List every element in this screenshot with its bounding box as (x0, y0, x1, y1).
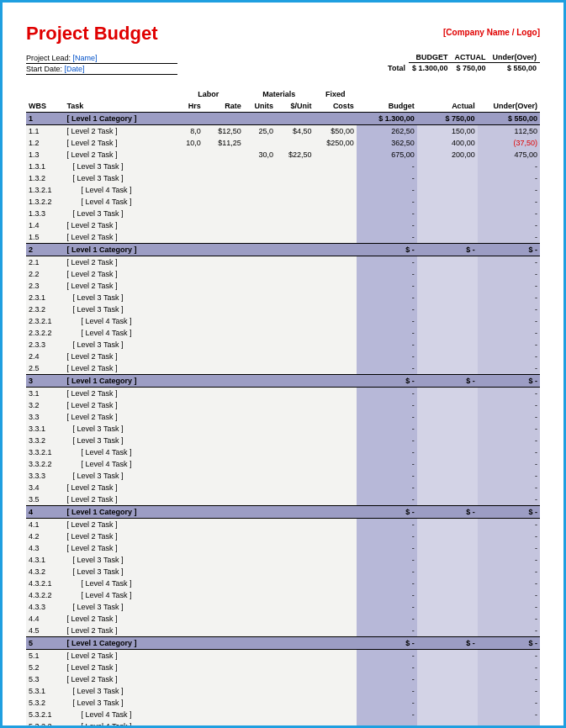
task-name: [ Level 2 Task ] (65, 530, 173, 542)
task-row: 1.4[ Level 2 Task ]-- (26, 219, 540, 231)
header-group-labor: Labor (173, 88, 244, 100)
task-name: [ Level 3 Task ] (65, 554, 173, 566)
task-row: 1.1[ Level 2 Task ]8,0$12,5025,0$4,50$50… (26, 125, 540, 138)
task-name: [ Level 3 Task ] (65, 435, 173, 446)
task-row: 1.3[ Level 2 Task ]30,0$22,50675,00200,0… (26, 149, 540, 161)
task-name: [ Level 1 Category ] (65, 506, 173, 519)
task-row: 4.3.2.2[ Level 4 Task ]-- (26, 589, 540, 601)
task-name: [ Level 2 Task ] (65, 542, 173, 554)
task-name: [ Level 2 Task ] (65, 351, 173, 362)
task-name: [ Level 1 Category ] (65, 375, 173, 388)
totals-actual: $ 750,00 (451, 63, 489, 74)
col-wbs: WBS (26, 100, 65, 113)
task-name: [ Level 3 Task ] (65, 339, 173, 351)
budget-table: Labor Materials Fixed WBS Task Hrs Rate … (26, 88, 540, 728)
task-row: 3.5[ Level 2 Task ]-- (26, 493, 540, 506)
col-task: Task (65, 100, 173, 113)
totals-head-actual: ACTUAL (451, 53, 489, 63)
task-name: [ Level 2 Task ] (65, 519, 173, 531)
task-name: [ Level 2 Task ] (65, 268, 173, 280)
task-name: [ Level 3 Task ] (65, 423, 173, 435)
task-name: [ Level 4 Task ] (65, 315, 173, 327)
col-unitprice: $/Unit (276, 100, 315, 113)
task-name: [ Level 4 Task ] (65, 458, 173, 470)
col-underover: Under(Over) (478, 100, 540, 113)
task-row: 3.3.3[ Level 3 Task ]-- (26, 470, 540, 482)
header-group-materials: Materials (244, 88, 315, 100)
task-name: [ Level 1 Category ] (65, 244, 173, 256)
task-name: [ Level 2 Task ] (65, 625, 173, 637)
col-hrs: Hrs (173, 100, 204, 113)
task-row: 4.5[ Level 2 Task ]-- (26, 625, 540, 637)
task-row: 4.4[ Level 2 Task ]-- (26, 613, 540, 625)
task-row: 4.3.2[ Level 3 Task ]-- (26, 566, 540, 578)
task-name: [ Level 2 Task ] (65, 231, 173, 244)
task-row: 3.3.2.1[ Level 4 Task ]-- (26, 446, 540, 458)
task-name: [ Level 2 Task ] (65, 662, 173, 673)
task-row: 1.3.2.2[ Level 4 Task ]-- (26, 196, 540, 208)
task-name: [ Level 3 Task ] (65, 685, 173, 697)
task-name: [ Level 4 Task ] (65, 446, 173, 458)
task-row: 5.3[ Level 2 Task ]-- (26, 673, 540, 685)
task-name: [ Level 4 Task ] (65, 720, 173, 728)
task-name: [ Level 2 Task ] (65, 482, 173, 493)
task-row: 3.3.2.2[ Level 4 Task ]-- (26, 458, 540, 470)
totals-head-uo: Under(Over) (489, 53, 540, 63)
totals-head-budget: BUDGET (409, 53, 452, 63)
col-units: Units (244, 100, 276, 113)
task-row: 1.5[ Level 2 Task ]-- (26, 231, 540, 244)
task-row: 3.3.2[ Level 3 Task ]-- (26, 435, 540, 446)
task-name: [ Level 2 Task ] (65, 673, 173, 685)
totals-budget: $ 1.300,00 (409, 63, 452, 74)
col-fixed: Costs (315, 100, 357, 113)
task-row: 3.1[ Level 2 Task ]-- (26, 388, 540, 400)
task-row: 2.3.2.2[ Level 4 Task ]-- (26, 327, 540, 339)
task-name: [ Level 2 Task ] (65, 280, 173, 292)
task-row: 2.3[ Level 2 Task ]-- (26, 280, 540, 292)
page-title: Project Budget (26, 23, 157, 45)
task-row: 2.4[ Level 2 Task ]-- (26, 351, 540, 362)
task-name: [ Level 3 Task ] (65, 172, 173, 184)
start-date-label: Start Date: (26, 65, 62, 73)
task-name: [ Level 4 Task ] (65, 709, 173, 720)
lead-label: Project Lead: (26, 54, 71, 62)
task-name: [ Level 3 Task ] (65, 601, 173, 613)
task-row: 5.1[ Level 2 Task ]-- (26, 650, 540, 662)
company-placeholder: [Company Name / Logo] (443, 28, 540, 37)
category-row: 2[ Level 1 Category ]$ -$ -$ - (26, 244, 540, 256)
col-budget: Budget (357, 100, 417, 113)
col-actual: Actual (417, 100, 478, 113)
lead-value: [Name] (73, 54, 98, 62)
task-row: 5.2[ Level 2 Task ]-- (26, 662, 540, 673)
task-name: [ Level 3 Task ] (65, 303, 173, 315)
task-name: [ Level 3 Task ] (65, 470, 173, 482)
task-row: 2.5[ Level 2 Task ]-- (26, 362, 540, 375)
category-row: 1[ Level 1 Category ]$ 1.300,00$ 750,00$… (26, 113, 540, 125)
task-name: [ Level 4 Task ] (65, 327, 173, 339)
task-name: [ Level 4 Task ] (65, 589, 173, 601)
task-row: 2.3.2.1[ Level 4 Task ]-- (26, 315, 540, 327)
task-name: [ Level 2 Task ] (65, 125, 173, 138)
task-row: 1.3.3[ Level 3 Task ]-- (26, 208, 540, 219)
totals-box: BUDGET ACTUAL Under(Over) Total $ 1.300,… (384, 53, 540, 75)
task-row: 4.2[ Level 2 Task ]-- (26, 530, 540, 542)
task-row: 5.3.2.2[ Level 4 Task ]-- (26, 720, 540, 728)
task-name: [ Level 4 Task ] (65, 184, 173, 196)
task-name: [ Level 1 Category ] (65, 637, 173, 650)
task-name: [ Level 3 Task ] (65, 208, 173, 219)
task-name: [ Level 2 Task ] (65, 388, 173, 400)
task-row: 2.1[ Level 2 Task ]-- (26, 256, 540, 269)
category-row: 4[ Level 1 Category ]$ -$ -$ - (26, 506, 540, 519)
task-row: 1.3.2.1[ Level 4 Task ]-- (26, 184, 540, 196)
task-row: 3.3.1[ Level 3 Task ]-- (26, 423, 540, 435)
task-name: [ Level 3 Task ] (65, 697, 173, 709)
task-row: 5.3.1[ Level 3 Task ]-- (26, 685, 540, 697)
task-row: 1.2[ Level 2 Task ]10,0$11,25$250,00362,… (26, 137, 540, 149)
totals-uo: $ 550,00 (489, 63, 540, 74)
task-name: [ Level 2 Task ] (65, 493, 173, 506)
task-row: 4.3.3[ Level 3 Task ]-- (26, 601, 540, 613)
task-name: [ Level 3 Task ] (65, 566, 173, 578)
task-row: 2.2[ Level 2 Task ]-- (26, 268, 540, 280)
task-name: [ Level 2 Task ] (65, 399, 173, 411)
task-row: 3.4[ Level 2 Task ]-- (26, 482, 540, 493)
